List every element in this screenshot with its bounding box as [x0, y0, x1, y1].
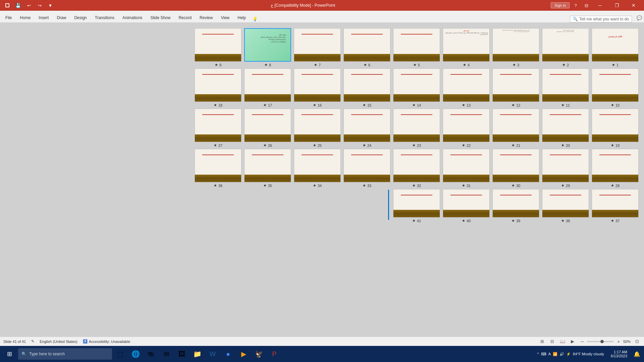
ribbon-display-options[interactable]: ⊟ — [582, 1, 591, 10]
slide-item-39[interactable]: ★39 — [492, 189, 539, 223]
slide-thumb-3[interactable]: ترکیب خواصوندان علاوا وقانا لا الطبی وخو… — [492, 28, 539, 62]
slideshow-view-button[interactable]: ▶ — [569, 338, 576, 345]
slide-item-13[interactable]: ★13 — [443, 68, 490, 107]
slide-item-28[interactable]: ★28 — [592, 149, 639, 188]
taskbar-edge-icon[interactable]: 🌐 — [128, 347, 143, 361]
slide-item-4[interactable]: معلو وطني متن توضیحات در این اسلاید شامل… — [443, 28, 490, 67]
tab-record[interactable]: Record — [174, 14, 196, 23]
network-icon[interactable]: 📶 — [553, 352, 557, 356]
tab-view[interactable]: View — [217, 14, 233, 23]
slide-item-10[interactable]: ★10 — [592, 68, 639, 107]
slide-thumb-40[interactable] — [443, 189, 490, 218]
taskbar-store-icon[interactable]: 🛍 — [144, 347, 158, 361]
slide-thumb-4[interactable]: معلو وطني متن توضیحات در این اسلاید شامل… — [443, 28, 490, 62]
slide-thumb-9[interactable] — [195, 28, 241, 62]
slide-item-5[interactable]: ★ 5 — [393, 28, 440, 67]
taskbar-explorer-icon[interactable]: 📁 — [190, 347, 205, 361]
slide-thumb-2[interactable]: ترکیب خواصوندان علاواتوضیحات تکمیلی در م… — [542, 28, 589, 62]
slide-item-41[interactable]: ★41 — [393, 189, 440, 223]
zoom-slider[interactable] — [587, 341, 614, 342]
close-button[interactable]: ✕ — [626, 0, 641, 11]
tab-file[interactable]: File — [1, 14, 16, 23]
restore-button[interactable]: ❐ — [609, 0, 625, 11]
slide-item-26[interactable]: ★26 — [244, 109, 291, 147]
slide-thumb-41[interactable] — [393, 189, 440, 218]
tab-review[interactable]: Review — [196, 14, 217, 23]
show-hidden-icons[interactable]: ^ — [537, 352, 539, 356]
taskbar-mail-icon[interactable]: ✉ — [159, 347, 174, 361]
fit-to-window-button[interactable]: ⊡ — [633, 338, 641, 345]
speaker-icon[interactable]: 🔊 — [559, 352, 564, 356]
slide-thumb-38[interactable] — [542, 189, 589, 218]
slide-item-2[interactable]: ترکیب خواصوندان علاواتوضیحات تکمیلی در م… — [542, 28, 589, 67]
slide-item-23[interactable]: ★23 — [393, 109, 440, 147]
slide-item-6[interactable]: ★ 6 — [343, 28, 390, 67]
zoom-in-button[interactable]: + — [615, 338, 622, 345]
slide-item-20[interactable]: ★20 — [542, 109, 589, 147]
tab-help[interactable]: Help — [233, 14, 250, 23]
slide-item-33[interactable]: ★33 — [343, 149, 390, 188]
slide-item-16[interactable]: ★16 — [294, 68, 341, 107]
slide-item-12[interactable]: ★12 — [492, 68, 539, 107]
taskbar-word-icon[interactable]: W — [205, 347, 220, 361]
slide-item-7[interactable]: ★ 7 — [294, 28, 341, 67]
slide-item-3[interactable]: ترکیب خواصوندان علاوا وقانا لا الطبی وخو… — [492, 28, 539, 67]
zoom-level-label[interactable]: 50% — [623, 340, 631, 344]
tab-home[interactable]: Home — [16, 14, 35, 23]
comments-button[interactable]: 💬 — [635, 13, 644, 22]
weather-label[interactable]: 84°F Mostly cloudy — [573, 352, 604, 356]
slide-thumb-8[interactable]: روش ترکیدر این بخش، ترکیب روش‌های مختلفب… — [244, 28, 291, 62]
slide-item-27[interactable]: ★27 — [195, 109, 241, 147]
slide-item-37[interactable]: ★37 — [592, 189, 639, 223]
slide-thumb-1[interactable]: افلام ذل معماری — [592, 28, 639, 62]
tab-animations[interactable]: Animations — [118, 14, 146, 23]
slide-item-17[interactable]: ★17 — [244, 68, 291, 107]
slide-item-19[interactable]: ★19 — [592, 109, 639, 147]
task-view-button[interactable]: ⬚ — [113, 347, 127, 361]
slide-item-1[interactable]: افلام ذل معماری ★ 1 — [592, 28, 639, 67]
tab-design[interactable]: Design — [70, 14, 91, 23]
slide-item-24[interactable]: ★24 — [343, 109, 390, 147]
slide-item-32[interactable]: ★32 — [393, 149, 440, 188]
normal-view-button[interactable]: ⊞ — [539, 338, 546, 345]
sign-in-button[interactable]: Sign in — [551, 2, 570, 8]
zoom-out-button[interactable]: ─ — [579, 338, 586, 345]
slide-sorter-view[interactable]: ★ 9 روش ترکیدر این بخش، ترکیب روش‌های مخ… — [0, 23, 644, 337]
tab-slideshow[interactable]: Slide Show — [146, 14, 174, 23]
slide-item-31[interactable]: ★31 — [443, 149, 490, 188]
slide-item-35[interactable]: ★35 — [244, 149, 291, 188]
slide-thumb-37[interactable] — [592, 189, 639, 218]
undo-button[interactable]: ↩ — [24, 1, 34, 10]
slide-item-36[interactable]: ★36 — [195, 149, 241, 188]
slide-sorter-button[interactable]: ⊟ — [549, 338, 556, 345]
tab-transitions[interactable]: Transitions — [91, 14, 118, 23]
slide-item-8[interactable]: روش ترکیدر این بخش، ترکیب روش‌های مختلفب… — [244, 28, 291, 67]
start-button[interactable]: ⊞ — [1, 346, 17, 362]
save-button[interactable]: 💾 — [13, 1, 23, 10]
slide-item-15[interactable]: ★15 — [343, 68, 390, 107]
slide-item-11[interactable]: ★11 — [542, 68, 589, 107]
slide-thumb-6[interactable] — [343, 28, 390, 62]
ribbon-search-box[interactable]: 🔍 Tell me what you want to do — [570, 16, 632, 22]
tab-insert[interactable]: Insert — [35, 14, 53, 23]
redo-button[interactable]: ↪ — [35, 1, 44, 10]
slide-item-18[interactable]: ★18 — [195, 68, 241, 107]
taskbar-vlc-icon[interactable]: ▶ — [236, 347, 251, 361]
slide-item-29[interactable]: ★29 — [542, 149, 589, 188]
slide-item-38[interactable]: ★38 — [542, 189, 589, 223]
slide-item-34[interactable]: ★34 — [294, 149, 341, 188]
slide-item-9[interactable]: ★ 9 — [195, 28, 241, 67]
language-label[interactable]: English (United States) — [40, 340, 77, 344]
customize-qat-button[interactable]: ▼ — [46, 1, 55, 10]
tab-draw[interactable]: Draw — [53, 14, 70, 23]
slide-item-30[interactable]: ★30 — [492, 149, 539, 188]
layout-icon[interactable]: ✎ — [31, 339, 34, 344]
reading-view-button[interactable]: 📖 — [559, 338, 566, 345]
notification-center-button[interactable]: 🔔 — [631, 348, 643, 360]
taskbar-search[interactable]: 🔍 Type here to search — [18, 348, 112, 360]
taskbar-browser2-icon[interactable]: 🦅 — [252, 347, 266, 361]
clock[interactable]: 1:17 AM 6/13/2023 — [608, 350, 630, 358]
minimize-button[interactable]: ─ — [592, 0, 608, 11]
slide-item-14[interactable]: ★14 — [393, 68, 440, 107]
slide-item-22[interactable]: ★22 — [443, 109, 490, 147]
